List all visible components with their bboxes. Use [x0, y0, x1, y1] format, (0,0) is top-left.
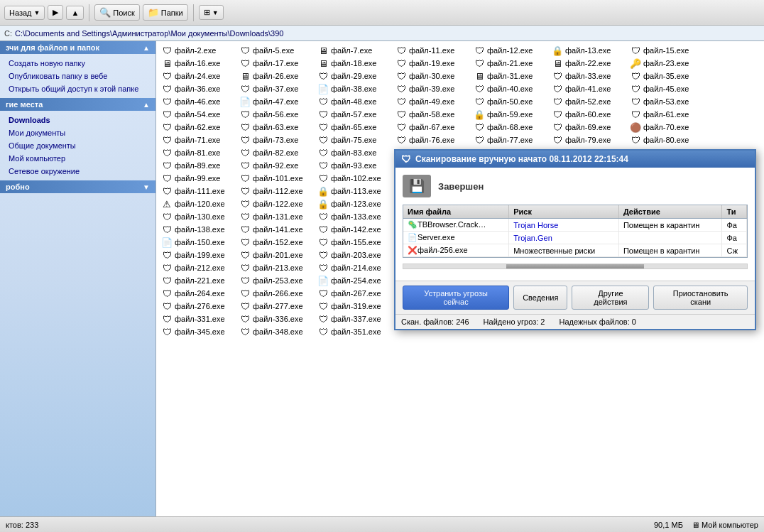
file-item[interactable]: 🛡файл-77.exe	[471, 134, 550, 146]
file-item[interactable]: ⚠файл-120.exe	[159, 197, 237, 210]
file-item[interactable]: 🛡файл-253.exe	[237, 274, 315, 287]
threat-risk-2[interactable]: Trojan.Gen	[509, 232, 619, 244]
file-item[interactable]: 🛡файл-2.exe	[159, 44, 237, 57]
file-item[interactable]: 🛡файл-45.exe	[628, 82, 706, 95]
file-item[interactable]: 🛡файл-213.exe	[237, 261, 315, 274]
file-item[interactable]: 🛡файл-138.exe	[159, 223, 237, 236]
details-section-header[interactable]: робно ▼	[0, 180, 155, 193]
sidebar-item-shared-docs[interactable]: Общие документы	[0, 139, 155, 152]
file-item[interactable]: 🛡файл-319.exe	[315, 300, 393, 313]
file-item[interactable]: 🛡файл-112.exe	[237, 185, 315, 197]
file-item[interactable]: 🛡файл-73.exe	[237, 134, 315, 146]
file-item[interactable]: 🛡файл-21.exe	[471, 57, 550, 70]
file-item[interactable]: 🛡файл-58.exe	[393, 108, 471, 121]
file-item[interactable]: 🔒файл-13.exe	[550, 44, 628, 57]
file-item[interactable]: 🛡файл-56.exe	[237, 108, 315, 121]
risk-link-2[interactable]: Trojan.Gen	[513, 234, 552, 242]
av-scrollbar-thumb[interactable]	[506, 264, 644, 268]
file-item[interactable]: 🛡файл-331.exe	[159, 313, 237, 325]
risk-link-1[interactable]: Trojan Horse	[513, 221, 558, 229]
table-row[interactable]: 📄Server.exe Trojan.Gen Фа	[403, 232, 747, 244]
file-item[interactable]: 📄файл-254.exe	[315, 274, 393, 287]
file-item[interactable]: 🛡файл-203.exe	[315, 249, 393, 261]
fix-threats-button[interactable]: Устранить угрозы сейчас	[403, 286, 509, 310]
file-item[interactable]: 🛡файл-60.exe	[550, 108, 628, 121]
file-item[interactable]: 🛡файл-83.exe	[315, 146, 393, 159]
file-item[interactable]: 🛡файл-142.exe	[315, 223, 393, 236]
file-item[interactable]: 🛡файл-264.exe	[159, 287, 237, 300]
file-item[interactable]: 🛡файл-33.exe	[550, 70, 628, 82]
places-section-header[interactable]: гие места ▲	[0, 98, 155, 111]
file-item[interactable]: 🛡файл-12.exe	[471, 44, 550, 57]
file-item[interactable]: 🛡файл-24.exe	[159, 70, 237, 82]
file-item[interactable]: 🛡файл-76.exe	[393, 134, 471, 146]
file-item[interactable]: 🛡файл-65.exe	[315, 121, 393, 134]
file-item[interactable]: 🔑файл-23.exe	[628, 57, 706, 70]
file-item[interactable]: 🛡файл-15.exe	[628, 44, 706, 57]
file-item[interactable]: 🛡файл-39.exe	[393, 82, 471, 95]
file-item[interactable]: 🛡файл-52.exe	[550, 95, 628, 108]
views-button[interactable]: ⊞ ▼	[199, 5, 224, 20]
file-item[interactable]: 🛡файл-11.exe	[393, 44, 471, 57]
file-item[interactable]: 🛡файл-221.exe	[159, 274, 237, 287]
file-item[interactable]: 🛡файл-35.exe	[628, 70, 706, 82]
threat-risk-1[interactable]: Trojan Horse	[509, 219, 619, 232]
file-item[interactable]: 🛡файл-82.exe	[237, 146, 315, 159]
file-item[interactable]: 🔒файл-123.exe	[315, 197, 393, 210]
sidebar-item-create-folder[interactable]: Создать новую папку	[0, 57, 155, 70]
av-scrollbar[interactable]	[403, 264, 748, 269]
sidebar-item-my-computer[interactable]: Мой компьютер	[0, 152, 155, 165]
file-item[interactable]: 🖥файл-16.exe	[159, 57, 237, 70]
file-item[interactable]: 🛡файл-101.exe	[237, 172, 315, 185]
file-item[interactable]: 🛡файл-53.exe	[628, 95, 706, 108]
file-item[interactable]: 🛡файл-336.exe	[237, 313, 315, 325]
file-item[interactable]: 🛡файл-277.exe	[237, 300, 315, 313]
file-item[interactable]: 🖥файл-22.exe	[550, 57, 628, 70]
file-item[interactable]: 🛡файл-92.exe	[237, 159, 315, 172]
file-item[interactable]: 🛡файл-63.exe	[237, 121, 315, 134]
file-item[interactable]: 🛡файл-345.exe	[159, 325, 237, 338]
file-item[interactable]: 🛡файл-201.exe	[237, 249, 315, 261]
file-item[interactable]: 🛡файл-71.exe	[159, 134, 237, 146]
file-item[interactable]: 🛡файл-50.exe	[471, 95, 550, 108]
file-item[interactable]: 🛡файл-40.exe	[471, 82, 550, 95]
file-item[interactable]: 🛡файл-111.exe	[159, 185, 237, 197]
file-item[interactable]: 🛡файл-214.exe	[315, 261, 393, 274]
file-item[interactable]: 🛡файл-37.exe	[237, 82, 315, 95]
file-item[interactable]: 📄файл-47.exe	[237, 95, 315, 108]
back-dropdown-icon[interactable]: ▼	[34, 9, 40, 16]
sidebar-item-network[interactable]: Сетевое окружение	[0, 165, 155, 178]
file-item[interactable]: 🛡файл-19.exe	[393, 57, 471, 70]
file-item[interactable]: 🛡файл-68.exe	[471, 121, 550, 134]
file-item[interactable]: 🛡файл-36.exe	[159, 82, 237, 95]
file-item[interactable]: 🛡файл-67.exe	[393, 121, 471, 134]
file-item[interactable]: 🛡файл-48.exe	[315, 95, 393, 108]
file-item[interactable]: 🛡файл-99.exe	[159, 172, 237, 185]
file-item[interactable]: 🛡файл-141.exe	[237, 223, 315, 236]
file-item[interactable]: 🛡файл-49.exe	[393, 95, 471, 108]
file-item[interactable]: 🖥файл-31.exe	[471, 70, 550, 82]
file-item[interactable]: 🛡файл-30.exe	[393, 70, 471, 82]
file-item[interactable]: 🖥файл-18.exe	[315, 57, 393, 70]
back-button[interactable]: Назад ▼	[4, 6, 45, 20]
file-item[interactable]: 📄файл-150.exe	[159, 236, 237, 249]
tasks-section-header[interactable]: зчи для файлов и папок ▲	[0, 41, 155, 54]
sidebar-item-downloads[interactable]: Downloads	[0, 114, 155, 126]
file-item[interactable]: 🛡файл-102.exe	[315, 172, 393, 185]
file-item[interactable]: 🛡файл-348.exe	[237, 325, 315, 338]
file-item[interactable]: 🛡файл-131.exe	[237, 210, 315, 223]
file-item[interactable]: 🖥файл-7.exe	[315, 44, 393, 57]
sidebar-item-my-docs[interactable]: Мои документы	[0, 126, 155, 139]
file-item[interactable]: 🖥файл-26.exe	[237, 70, 315, 82]
file-item[interactable]: 🛡файл-199.exe	[159, 249, 237, 261]
file-item[interactable]: 🛡файл-122.exe	[237, 197, 315, 210]
file-item[interactable]: 🛡файл-133.exe	[315, 210, 393, 223]
file-item[interactable]: 🛡файл-5.exe	[237, 44, 315, 57]
file-item[interactable]: 🛡файл-46.exe	[159, 95, 237, 108]
file-item[interactable]: 🛡файл-130.exe	[159, 210, 237, 223]
file-item[interactable]: 🛡файл-75.exe	[315, 134, 393, 146]
details-button[interactable]: Сведения	[513, 286, 567, 310]
address-path[interactable]: C:\Documents and Settings\Администратор\…	[15, 29, 283, 38]
file-item[interactable]: 🛡файл-212.exe	[159, 261, 237, 274]
file-item[interactable]: 🛡файл-57.exe	[315, 108, 393, 121]
